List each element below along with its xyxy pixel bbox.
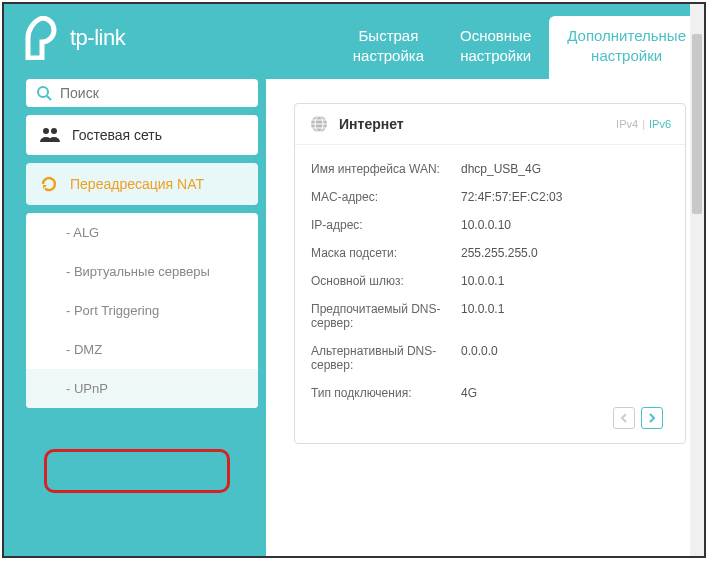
row-mac-address: MAC-адрес:72:4F:57:EF:C2:03: [311, 183, 669, 211]
ipv6-label[interactable]: IPv6: [649, 118, 671, 130]
svg-point-2: [43, 128, 49, 134]
row-ip-address: IP-адрес:10.0.0.10: [311, 211, 669, 239]
users-icon: [40, 127, 60, 143]
brand-logo: tp-link: [22, 16, 252, 60]
search-icon: [36, 85, 52, 101]
tab-quick-setup[interactable]: Быстрая настройка: [335, 16, 442, 79]
row-secondary-dns: Альтернативный DNS-сервер:0.0.0.0: [311, 337, 669, 379]
sidebar-item-nat-forwarding[interactable]: Переадресация NAT: [26, 163, 258, 205]
brand-text: tp-link: [70, 25, 125, 51]
pager-prev-button[interactable]: [613, 407, 635, 429]
sidebar-sub-dmz[interactable]: - DMZ: [26, 330, 258, 369]
pager-next-button[interactable]: [641, 407, 663, 429]
sidebar-sub-alg[interactable]: - ALG: [26, 213, 258, 252]
svg-point-3: [51, 128, 57, 134]
sidebar-sub-upnp[interactable]: - UPnP: [26, 369, 258, 408]
refresh-icon: [40, 175, 58, 193]
sidebar-item-guest-network[interactable]: Гостевая сеть: [26, 115, 258, 155]
tab-basic-settings[interactable]: Основные настройки: [442, 16, 549, 79]
tab-advanced-settings[interactable]: Дополнительные настройки: [549, 16, 704, 79]
row-primary-dns: Предпочитаемый DNS-сервер:10.0.0.1: [311, 295, 669, 337]
row-subnet-mask: Маска подсети:255.255.255.0: [311, 239, 669, 267]
search-box[interactable]: [26, 79, 258, 107]
svg-line-1: [47, 96, 51, 100]
ipv4-label[interactable]: IPv4: [616, 118, 638, 130]
globe-icon: [309, 114, 329, 134]
row-connection-type: Тип подключения:4G: [311, 379, 669, 407]
svg-point-0: [38, 87, 48, 97]
ip-version-toggle[interactable]: IPv4|IPv6: [616, 118, 671, 130]
content-panel: Интернет IPv4|IPv6 Имя интерфейса WAN:dh…: [276, 89, 704, 558]
scrollbar-thumb[interactable]: [692, 34, 702, 214]
sidebar-sub-virtual-servers[interactable]: - Виртуальные серверы: [26, 252, 258, 291]
tplink-logo-icon: [22, 16, 62, 60]
row-wan-interface: Имя интерфейса WAN:dhcp_USB_4G: [311, 155, 669, 183]
row-default-gateway: Основной шлюз:10.0.0.1: [311, 267, 669, 295]
sidebar-item-label: Гостевая сеть: [72, 127, 162, 143]
scrollbar[interactable]: [690, 4, 704, 556]
panel-title: Интернет: [339, 116, 606, 132]
search-input[interactable]: [60, 85, 248, 101]
sidebar-item-label: Переадресация NAT: [70, 176, 204, 192]
sidebar-sub-port-triggering[interactable]: - Port Triggering: [26, 291, 258, 330]
